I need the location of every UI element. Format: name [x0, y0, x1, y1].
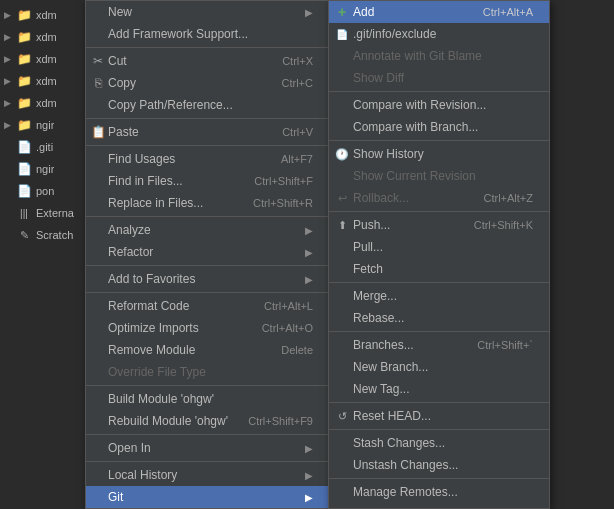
separator — [86, 434, 329, 435]
sidebar-item-external[interactable]: ▶ ||| Externa — [0, 202, 89, 224]
reset-icon: ↺ — [333, 410, 351, 423]
folder-icon: 📁 — [16, 51, 32, 67]
sidebar-item-xdm-2[interactable]: ▶ 📁 xdm — [0, 26, 89, 48]
add-icon: + — [333, 4, 351, 20]
expand-arrow: ▶ — [4, 32, 16, 42]
sidebar-item-gitignore[interactable]: ▶ 📄 .giti — [0, 136, 89, 158]
submenu-item-push[interactable]: ⬆ Push... Ctrl+Shift+K — [329, 214, 549, 236]
expand-arrow: ▶ — [4, 120, 16, 130]
submenu-item-branches[interactable]: Branches... Ctrl+Shift+` — [329, 334, 549, 356]
sidebar-item-xdm-5[interactable]: ▶ 📁 xdm — [0, 92, 89, 114]
submenu-item-compare-branch[interactable]: Compare with Branch... — [329, 116, 549, 138]
submenu-item-merge[interactable]: Merge... — [329, 285, 549, 307]
separator — [86, 47, 329, 48]
menu-item-add-favorites[interactable]: Add to Favorites ▶ — [86, 268, 329, 290]
cut-icon: ✂ — [90, 54, 106, 68]
folder-icon: 📁 — [16, 29, 32, 45]
menu-item-copy-path[interactable]: Copy Path/Reference... — [86, 94, 329, 116]
submenu-item-manage-remotes[interactable]: Manage Remotes... — [329, 481, 549, 503]
menu-item-optimize-imports[interactable]: Optimize Imports Ctrl+Alt+O — [86, 317, 329, 339]
copy-icon: ⎘ — [90, 76, 106, 90]
sidebar-label: ngir — [36, 163, 54, 175]
menu-item-paste[interactable]: 📋 Paste Ctrl+V — [86, 121, 329, 143]
sidebar-label: xdm — [36, 75, 57, 87]
submenu-item-rebase[interactable]: Rebase... — [329, 307, 549, 329]
file-icon: 📄 — [16, 139, 32, 155]
folder-icon: 📁 — [16, 95, 32, 111]
submenu-item-annotate[interactable]: Annotate with Git Blame — [329, 45, 549, 67]
sidebar-item-scratch[interactable]: ▶ ✎ Scratch — [0, 224, 89, 246]
sidebar-item-ngir-1[interactable]: ▶ 📁 ngir — [0, 114, 89, 136]
rollback-icon: ↩ — [333, 192, 351, 205]
submenu-item-show-diff[interactable]: Show Diff — [329, 67, 549, 89]
submenu-item-new-tag[interactable]: New Tag... — [329, 378, 549, 400]
sidebar: ▶ 📁 xdm ▶ 📁 xdm ▶ 📁 xdm ▶ 📁 xdm ▶ 📁 xdm … — [0, 0, 90, 509]
submenu-item-gitinfo-exclude[interactable]: 📄 .git/info/exclude — [329, 23, 549, 45]
menu-item-replace-in-files[interactable]: Replace in Files... Ctrl+Shift+R — [86, 192, 329, 214]
menu-item-reformat[interactable]: Reformat Code Ctrl+Alt+L — [86, 295, 329, 317]
separator — [329, 402, 549, 403]
folder-icon: 📁 — [16, 117, 32, 133]
separator — [329, 331, 549, 332]
menu-item-copy[interactable]: ⎘ Copy Ctrl+C — [86, 72, 329, 94]
menu-item-new[interactable]: New ▶ — [86, 1, 329, 23]
menu-item-find-in-files[interactable]: Find in Files... Ctrl+Shift+F — [86, 170, 329, 192]
submenu-item-unstash[interactable]: Unstash Changes... — [329, 454, 549, 476]
file-git-icon: 📄 — [333, 29, 351, 40]
sidebar-label: xdm — [36, 53, 57, 65]
sidebar-label: pon — [36, 185, 54, 197]
menu-item-open-in[interactable]: Open In ▶ — [86, 437, 329, 459]
submenu-item-compare-revision[interactable]: Compare with Revision... — [329, 94, 549, 116]
menu-item-override-file-type[interactable]: Override File Type — [86, 361, 329, 383]
menu-item-local-history[interactable]: Local History ▶ — [86, 464, 329, 486]
menu-item-find-usages[interactable]: Find Usages Alt+F7 — [86, 148, 329, 170]
sidebar-item-xdm-1[interactable]: ▶ 📁 xdm — [0, 4, 89, 26]
submenu-item-add[interactable]: + Add Ctrl+Alt+A — [329, 1, 549, 23]
sidebar-item-xdm-3[interactable]: ▶ 📁 xdm — [0, 48, 89, 70]
submenu-item-fetch[interactable]: Fetch — [329, 258, 549, 280]
menu-item-refactor[interactable]: Refactor ▶ — [86, 241, 329, 263]
separator — [86, 265, 329, 266]
sidebar-item-ngir-2[interactable]: ▶ 📄 ngir — [0, 158, 89, 180]
menu-item-build-module[interactable]: Build Module 'ohgw' — [86, 388, 329, 410]
submenu-item-rollback[interactable]: ↩ Rollback... Ctrl+Alt+Z — [329, 187, 549, 209]
sidebar-item-pon[interactable]: ▶ 📄 pon — [0, 180, 89, 202]
submenu-item-show-history[interactable]: 🕐 Show History — [329, 143, 549, 165]
expand-arrow: ▶ — [4, 98, 16, 108]
history-icon: 🕐 — [333, 148, 351, 161]
sidebar-item-xdm-4[interactable]: ▶ 📁 xdm — [0, 70, 89, 92]
separator — [329, 282, 549, 283]
external-icon: ||| — [16, 205, 32, 221]
submenu-item-stash[interactable]: Stash Changes... — [329, 432, 549, 454]
sidebar-label: xdm — [36, 9, 57, 21]
submenu-item-reset-head[interactable]: ↺ Reset HEAD... — [329, 405, 549, 427]
scratch-icon: ✎ — [16, 227, 32, 243]
menu-item-git[interactable]: Git ▶ — [86, 486, 329, 508]
menu-item-analyze[interactable]: Analyze ▶ — [86, 219, 329, 241]
menu-item-remove-module[interactable]: Remove Module Delete — [86, 339, 329, 361]
separator — [329, 91, 549, 92]
sidebar-label: Externa — [36, 207, 74, 219]
menu-item-cut[interactable]: ✂ Cut Ctrl+X — [86, 50, 329, 72]
expand-arrow: ▶ — [4, 76, 16, 86]
file-icon: 📄 — [16, 183, 32, 199]
paste-icon: 📋 — [90, 125, 106, 139]
sidebar-label: xdm — [36, 31, 57, 43]
menu-item-rebuild-module[interactable]: Rebuild Module 'ohgw' Ctrl+Shift+F9 — [86, 410, 329, 432]
file-icon: 📄 — [16, 161, 32, 177]
separator — [86, 216, 329, 217]
separator — [329, 478, 549, 479]
submenu-item-pull[interactable]: Pull... — [329, 236, 549, 258]
folder-icon: 📁 — [16, 73, 32, 89]
expand-arrow: ▶ — [4, 54, 16, 64]
sidebar-label: ngir — [36, 119, 54, 131]
submenu-item-clone[interactable]: Clone... — [329, 503, 549, 509]
submenu-item-new-branch[interactable]: New Branch... — [329, 356, 549, 378]
expand-arrow: ▶ — [4, 10, 16, 20]
git-submenu: + Add Ctrl+Alt+A 📄 .git/info/exclude Ann… — [328, 0, 550, 509]
sidebar-label: Scratch — [36, 229, 73, 241]
separator — [86, 385, 329, 386]
submenu-item-show-current-revision[interactable]: Show Current Revision — [329, 165, 549, 187]
folder-icon: 📁 — [16, 7, 32, 23]
menu-item-add-framework[interactable]: Add Framework Support... — [86, 23, 329, 45]
